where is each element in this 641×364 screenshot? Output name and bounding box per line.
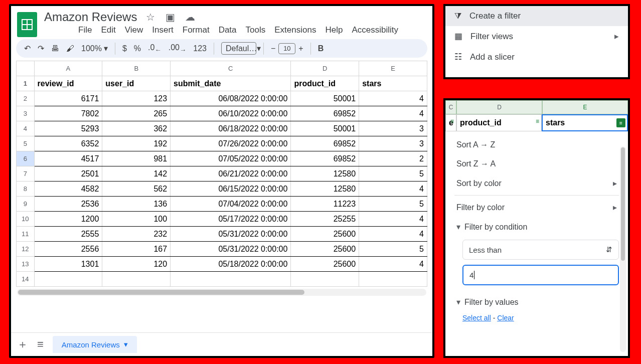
condition-select[interactable]: Less than⇵: [462, 240, 619, 260]
cell[interactable]: 69852: [291, 136, 359, 151]
cell[interactable]: 05/31/2022 0:00:00: [171, 227, 291, 242]
cell[interactable]: 50001: [291, 91, 359, 106]
cell[interactable]: 25600: [291, 227, 359, 242]
cell[interactable]: 981: [102, 151, 171, 166]
menu-insert[interactable]: Insert: [152, 25, 174, 35]
row-num[interactable]: 14: [17, 272, 35, 287]
hdr-c-partial[interactable]: e≡: [445, 114, 456, 131]
filter-by-values[interactable]: Filter by values: [454, 292, 619, 312]
select-all-link[interactable]: Select all: [462, 314, 491, 322]
menu-file[interactable]: File: [78, 25, 92, 35]
sort-a-z[interactable]: Sort A → Z: [454, 135, 619, 154]
font-size-increase-button[interactable]: +: [298, 44, 303, 53]
clear-link[interactable]: Clear: [497, 314, 514, 322]
filter-active-icon[interactable]: ≡: [616, 118, 625, 127]
filter-by-color[interactable]: Filter by color▸: [454, 198, 619, 217]
col-C[interactable]: C: [171, 61, 291, 76]
cell[interactable]: 100: [102, 212, 171, 227]
menu-create-filter[interactable]: ⧩ Create a filter: [445, 6, 628, 26]
cell[interactable]: 07/05/2022 0:00:00: [171, 151, 291, 166]
row-num[interactable]: 11: [17, 227, 35, 242]
col-D[interactable]: D: [456, 100, 542, 114]
row-num[interactable]: 10: [17, 212, 35, 227]
row-num[interactable]: 6: [17, 151, 35, 166]
cell[interactable]: 06/18/2022 0:00:00: [171, 121, 291, 136]
row-num[interactable]: 9: [17, 197, 35, 212]
cell[interactable]: 1301: [34, 257, 102, 272]
all-sheets-button[interactable]: ≡: [37, 338, 44, 351]
col-A[interactable]: A: [34, 61, 102, 76]
col-E[interactable]: E: [542, 100, 628, 114]
menu-format[interactable]: Format: [183, 25, 210, 35]
col-E[interactable]: E: [359, 61, 427, 76]
row-num[interactable]: 7: [17, 166, 35, 181]
cell[interactable]: 3: [359, 136, 427, 151]
zoom-select[interactable]: 100% ▾: [81, 44, 108, 53]
corner-cell[interactable]: [17, 61, 35, 76]
cell[interactable]: 4: [359, 106, 427, 121]
cell[interactable]: 5: [359, 166, 427, 181]
cell[interactable]: 05/18/2022 0:00:00: [171, 257, 291, 272]
cell[interactable]: [34, 272, 102, 287]
cell[interactable]: 4: [359, 212, 427, 227]
cell[interactable]: [102, 272, 171, 287]
menu-edit[interactable]: Edit: [101, 25, 115, 35]
sheet-tab-active[interactable]: Amazon Reviews▾: [53, 336, 137, 353]
cell[interactable]: 120: [102, 257, 171, 272]
decrease-decimal-button[interactable]: .0←: [148, 43, 162, 54]
cloud-status-icon[interactable]: ☁: [185, 12, 195, 23]
row-num[interactable]: 3: [17, 106, 35, 121]
cell[interactable]: 123: [102, 91, 171, 106]
cell[interactable]: 4: [359, 257, 427, 272]
cell[interactable]: 1200: [34, 212, 102, 227]
cell[interactable]: 562: [102, 181, 171, 197]
cell[interactable]: user_id: [102, 76, 171, 91]
cell[interactable]: 2555: [34, 227, 102, 242]
menu-add-slicer[interactable]: ☷ Add a slicer: [445, 47, 628, 67]
hdr-product-id[interactable]: product_id≡: [456, 114, 542, 131]
increase-decimal-button[interactable]: .00→: [169, 43, 187, 54]
cell[interactable]: product_id: [291, 76, 359, 91]
cell[interactable]: 4517: [34, 151, 102, 166]
cell[interactable]: 07/04/2022 0:00:00: [171, 197, 291, 212]
cell[interactable]: 232: [102, 227, 171, 242]
menu-help[interactable]: Help: [325, 25, 343, 35]
cell[interactable]: 12580: [291, 166, 359, 181]
undo-icon[interactable]: ↶: [24, 44, 31, 53]
cell[interactable]: 4: [359, 181, 427, 197]
move-icon[interactable]: ▣: [166, 12, 175, 23]
cell[interactable]: 4582: [34, 181, 102, 197]
menu-accessibility[interactable]: Accessibility: [352, 25, 398, 35]
sheet-table[interactable]: A B C D E 1review_iduser_idsubmit_datepr…: [16, 61, 427, 287]
cell[interactable]: 6352: [34, 136, 102, 151]
cell[interactable]: 06/15/2022 0:00:00: [171, 181, 291, 197]
menu-tools[interactable]: Tools: [246, 25, 266, 35]
horizontal-scrollbar[interactable]: [17, 289, 426, 296]
cell[interactable]: 05/31/2022 0:00:00: [171, 242, 291, 257]
cell[interactable]: 69852: [291, 106, 359, 121]
vertical-scrollbar[interactable]: [620, 146, 626, 352]
cell[interactable]: 07/26/2022 0:00:00: [171, 136, 291, 151]
cell[interactable]: 2556: [34, 242, 102, 257]
cell[interactable]: [359, 272, 427, 287]
cell[interactable]: 3: [359, 121, 427, 136]
cell[interactable]: 05/17/2022 0:00:00: [171, 212, 291, 227]
cell[interactable]: 2: [359, 151, 427, 166]
cell[interactable]: 25600: [291, 257, 359, 272]
format-percent-button[interactable]: %: [134, 44, 141, 53]
cell[interactable]: 5: [359, 197, 427, 212]
menu-extensions[interactable]: Extensions: [274, 25, 316, 35]
menu-data[interactable]: Data: [219, 25, 237, 35]
cell[interactable]: 12580: [291, 181, 359, 197]
cell[interactable]: 167: [102, 242, 171, 257]
menu-filter-views[interactable]: ▦ Filter views ▸: [445, 26, 628, 47]
cell[interactable]: review_id: [34, 76, 102, 91]
star-icon[interactable]: ☆: [146, 12, 155, 23]
col-C-partial[interactable]: C: [445, 100, 456, 114]
hdr-stars-selected[interactable]: stars≡: [542, 114, 628, 131]
format-more-button[interactable]: 123: [193, 44, 207, 53]
row-1-num[interactable]: 1: [17, 76, 35, 91]
cell[interactable]: 06/10/2022 0:00:00: [171, 106, 291, 121]
cell[interactable]: 4: [359, 91, 427, 106]
cell[interactable]: 7802: [34, 106, 102, 121]
